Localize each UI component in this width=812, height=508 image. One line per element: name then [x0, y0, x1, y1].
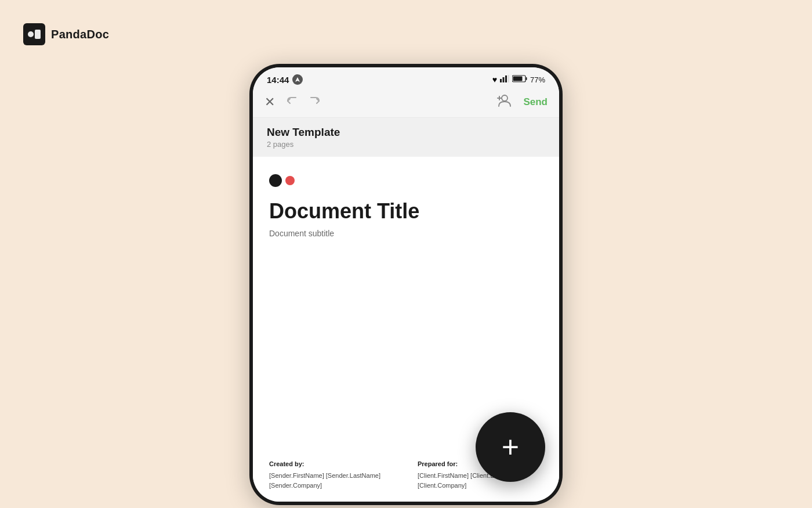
created-by-col: Created by: [Sender.FirstName] [Sender.L… — [269, 460, 394, 490]
document-subtitle: Document subtitle — [269, 229, 543, 238]
toolbar-left: ✕ — [264, 95, 321, 110]
redo-button[interactable] — [309, 95, 321, 110]
time-display: 14:44 — [267, 75, 289, 85]
svg-point-9 — [502, 95, 507, 101]
fab-plus-icon: + — [502, 432, 519, 462]
svg-rect-2 — [500, 79, 502, 82]
svg-rect-7 — [525, 77, 527, 80]
document-pages: 2 pages — [267, 140, 545, 149]
add-block-fab-button[interactable]: + — [476, 412, 545, 482]
pandadoc-logo-icon — [23, 23, 45, 45]
svg-rect-8 — [513, 77, 522, 81]
wifi-icon: ♥ — [492, 75, 497, 84]
svg-rect-3 — [502, 77, 504, 82]
battery-icon — [512, 75, 527, 84]
created-by-label: Created by: — [269, 460, 394, 467]
signal-icon — [500, 74, 509, 85]
pandadoc-logo-text: PandaDoc — [51, 28, 109, 41]
created-by-value: [Sender.FirstName] [Sender.LastName][Sen… — [269, 471, 394, 490]
logo-dot-large — [269, 174, 282, 187]
status-bar: 14:44 ♥ — [253, 67, 559, 89]
add-recipient-button[interactable] — [496, 94, 513, 110]
toolbar: ✕ — [253, 89, 559, 118]
status-time: 14:44 — [267, 74, 303, 85]
logo-area: PandaDoc — [23, 23, 109, 45]
status-icons: ♥ — [492, 74, 545, 85]
close-button[interactable]: ✕ — [264, 96, 275, 109]
svg-rect-0 — [28, 31, 34, 37]
navigation-icon — [292, 74, 303, 85]
doc-brand-logo — [269, 174, 543, 187]
battery-percent: 77% — [530, 75, 545, 84]
toolbar-right: Send — [496, 94, 548, 110]
logo-dot-small — [285, 176, 295, 185]
document-title: New Template — [267, 126, 545, 139]
svg-rect-4 — [505, 75, 507, 82]
svg-rect-1 — [35, 30, 41, 39]
undo-button[interactable] — [285, 95, 298, 110]
svg-rect-5 — [507, 75, 509, 82]
document-header: New Template 2 pages — [253, 118, 559, 157]
send-button[interactable]: Send — [523, 96, 548, 108]
document-main-title: Document Title — [269, 200, 543, 223]
